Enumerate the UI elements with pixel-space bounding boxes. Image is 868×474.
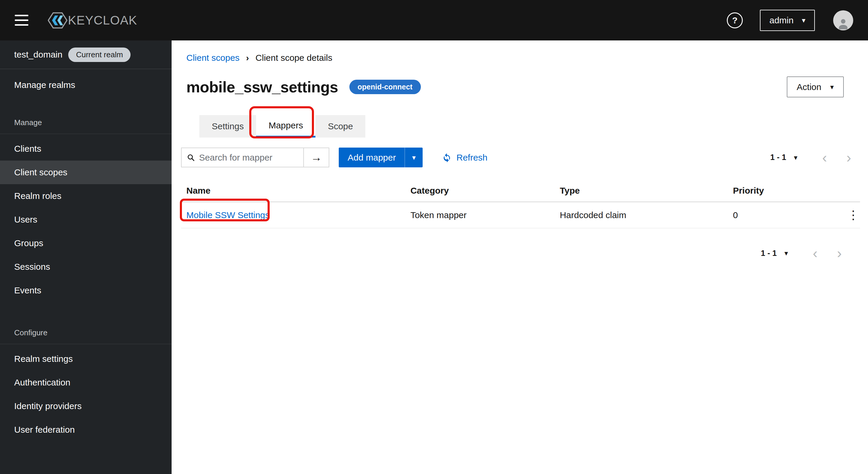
pagination-range: 1 - 1 bbox=[770, 153, 786, 162]
pagination-next-icon[interactable]: › bbox=[846, 150, 851, 165]
arrow-right-icon: → bbox=[311, 151, 322, 164]
sidebar-item-authentication[interactable]: Authentication bbox=[0, 371, 172, 394]
sidebar-item-identity-providers[interactable]: Identity providers bbox=[0, 394, 172, 418]
kebab-menu-icon[interactable]: ⋮ bbox=[845, 209, 862, 221]
refresh-label: Refresh bbox=[456, 153, 487, 163]
toolbar: → Add mapper ▾ Refresh 1 - 1 ▾ ‹ › bbox=[181, 147, 860, 167]
chevron-down-icon: ▾ bbox=[802, 17, 805, 24]
main-content: Client scopes › Client scope details mob… bbox=[172, 40, 868, 474]
column-header-priority: Priority bbox=[728, 181, 840, 202]
hamburger-icon bbox=[15, 15, 28, 16]
search-submit-button[interactable]: → bbox=[303, 147, 329, 167]
person-icon bbox=[836, 17, 850, 30]
mapper-category: Token mapper bbox=[405, 202, 555, 228]
page-title: mobile_ssw_settings bbox=[186, 78, 338, 96]
breadcrumb-current: Client scope details bbox=[255, 53, 332, 63]
tabs: Settings Mappers Scope bbox=[199, 115, 860, 138]
breadcrumb: Client scopes › Client scope details bbox=[186, 53, 860, 63]
mapper-priority: 0 bbox=[728, 202, 840, 228]
sidebar-item-events[interactable]: Events bbox=[0, 279, 172, 302]
pagination-prev-icon[interactable]: ‹ bbox=[822, 150, 827, 165]
pagination-bottom: 1 - 1 ▾ ‹ › bbox=[181, 246, 842, 260]
sidebar-section-configure: Configure Realm settings Authentication … bbox=[0, 328, 172, 442]
refresh-button[interactable]: Refresh bbox=[442, 153, 487, 163]
pagination-top: 1 - 1 ▾ ‹ › bbox=[770, 150, 851, 165]
sidebar-item-realm-roles[interactable]: Realm roles bbox=[0, 184, 172, 208]
table-row: Mobile SSW Settings Token mapper Hardcod… bbox=[181, 202, 860, 228]
sidebar-item-clients[interactable]: Clients bbox=[0, 137, 172, 161]
chevron-right-icon: › bbox=[246, 53, 249, 63]
user-menu-dropdown[interactable]: admin ▾ bbox=[760, 10, 815, 31]
tab-settings[interactable]: Settings bbox=[199, 115, 256, 138]
keycloak-hexagon-icon bbox=[48, 12, 67, 29]
sidebar-item-sessions[interactable]: Sessions bbox=[0, 255, 172, 279]
search-input[interactable] bbox=[199, 153, 303, 163]
breadcrumb-client-scopes-link[interactable]: Client scopes bbox=[186, 53, 240, 63]
keycloak-logo: KEYCLOAK bbox=[48, 12, 137, 29]
chevron-down-icon[interactable]: ▾ bbox=[405, 147, 423, 167]
pagination-per-page-dropdown[interactable]: ▾ bbox=[784, 249, 788, 257]
sidebar-item-users[interactable]: Users bbox=[0, 208, 172, 231]
mappers-table: Name Category Type Priority Mobile SSW S… bbox=[181, 181, 860, 229]
chevron-down-icon: ▾ bbox=[830, 83, 834, 91]
search-group: → bbox=[181, 147, 329, 167]
column-header-name: Name bbox=[181, 181, 405, 202]
sidebar: test_domain Current realm Manage realms … bbox=[0, 40, 172, 474]
sidebar-section-manage: Manage Clients Client scopes Realm roles… bbox=[0, 118, 172, 302]
pagination-per-page-dropdown[interactable]: ▾ bbox=[794, 154, 798, 162]
topbar: KEYCLOAK ? admin ▾ bbox=[0, 0, 868, 40]
mapper-type: Hardcoded claim bbox=[554, 202, 727, 228]
divider bbox=[0, 344, 172, 344]
divider bbox=[0, 134, 172, 134]
pagination-range: 1 - 1 bbox=[761, 249, 777, 258]
pagination-prev-icon[interactable]: ‹ bbox=[813, 246, 817, 260]
search-box bbox=[181, 147, 304, 167]
action-label: Action bbox=[797, 82, 822, 92]
protocol-badge: openid-connect bbox=[349, 80, 421, 94]
mapper-name-link[interactable]: Mobile SSW Settings bbox=[186, 210, 270, 220]
realm-switcher[interactable]: test_domain Current realm bbox=[0, 40, 172, 69]
sidebar-item-manage-realms[interactable]: Manage realms bbox=[0, 73, 172, 97]
user-menu-label: admin bbox=[769, 15, 794, 25]
sidebar-item-realm-settings[interactable]: Realm settings bbox=[0, 347, 172, 371]
sidebar-item-groups[interactable]: Groups bbox=[0, 231, 172, 255]
realm-name: test_domain bbox=[14, 49, 62, 60]
current-realm-badge: Current realm bbox=[68, 47, 130, 62]
add-mapper-label: Add mapper bbox=[339, 147, 405, 167]
add-mapper-button[interactable]: Add mapper ▾ bbox=[339, 147, 423, 167]
column-header-category: Category bbox=[405, 181, 555, 202]
help-icon[interactable]: ? bbox=[727, 12, 743, 28]
sidebar-item-client-scopes[interactable]: Client scopes bbox=[0, 161, 172, 184]
refresh-icon bbox=[442, 153, 452, 162]
action-dropdown-button[interactable]: Action ▾ bbox=[787, 76, 844, 97]
title-row: mobile_ssw_settings openid-connect Actio… bbox=[186, 76, 860, 97]
section-label-manage: Manage bbox=[0, 118, 172, 127]
tab-mappers[interactable]: Mappers bbox=[256, 115, 315, 138]
column-header-type: Type bbox=[554, 181, 727, 202]
avatar[interactable] bbox=[833, 10, 853, 30]
hamburger-menu-button[interactable] bbox=[15, 10, 35, 31]
tab-scope[interactable]: Scope bbox=[315, 115, 365, 138]
section-label-configure: Configure bbox=[0, 328, 172, 337]
column-header-actions bbox=[840, 181, 860, 202]
sidebar-item-user-federation[interactable]: User federation bbox=[0, 418, 172, 442]
brand-text: KEYCLOAK bbox=[68, 13, 137, 28]
topbar-right: ? admin ▾ bbox=[727, 10, 853, 31]
pagination-next-icon[interactable]: › bbox=[837, 246, 842, 260]
table-header-row: Name Category Type Priority bbox=[181, 181, 860, 202]
search-icon bbox=[187, 153, 195, 162]
